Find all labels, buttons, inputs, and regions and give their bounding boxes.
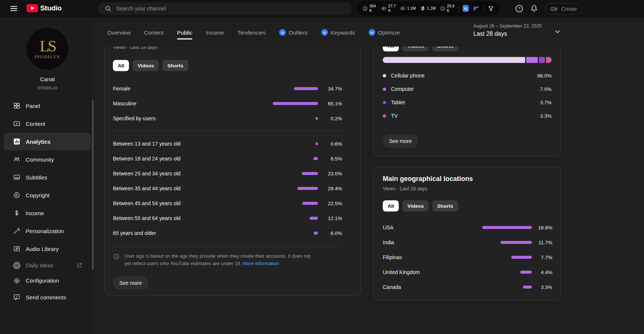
create-button[interactable]: Create [545, 3, 583, 15]
bar-fill [511, 256, 532, 259]
card-title: Main geographical locations [383, 175, 552, 183]
bar-fill [273, 102, 318, 105]
tab-label: Public [177, 29, 192, 36]
metric-value: 0.6% [318, 141, 342, 147]
legend-value: 86.0% [527, 73, 552, 79]
menu-icon[interactable] [10, 4, 18, 13]
sidebar-scrollbar[interactable] [92, 99, 94, 270]
audience-demographics-card: Views · Last 28 days AllVideosShorts Fem… [104, 25, 361, 296]
filter-chip-shorts[interactable]: Shorts [432, 200, 458, 211]
tab-income[interactable]: Income [206, 29, 224, 43]
devices-legend: Cellular phone86.0%Computer7.0%Tablet3.7… [383, 69, 552, 123]
metric-bar [269, 142, 318, 145]
metric-label: Between 25 and 34 years old [113, 171, 269, 176]
filter-chip-videos[interactable]: Videos [402, 200, 429, 211]
youtube-studio-app: Studio Search your channel 394 K27.7 K1.… [0, 0, 644, 334]
notifications-bell-icon[interactable] [530, 4, 539, 13]
metric-label: Canada [383, 284, 480, 290]
sidebar-item-copyright[interactable]: Copyright [4, 186, 91, 204]
filter-chip-all[interactable]: All [113, 60, 129, 71]
legend-value: 3.7% [527, 100, 552, 105]
audio-library-icon [13, 245, 20, 252]
youtube-logo-icon [26, 4, 38, 12]
bar-fill [316, 117, 318, 120]
bar-fill [316, 142, 318, 145]
studio-logo[interactable]: Studio [26, 4, 61, 12]
metric-row: Masculine65.1% [113, 96, 342, 111]
eye-stat: 27.7 K [381, 4, 396, 13]
sidebar-item-audio-library[interactable]: Audio Library [4, 240, 91, 258]
sidebar-item-analytics[interactable]: Analytics [4, 133, 91, 150]
bar-fill [501, 241, 532, 244]
sidebar-item-content[interactable]: Content [4, 115, 91, 133]
tab-overview[interactable]: Overview [107, 29, 131, 43]
sidebar-item-label: Community [26, 156, 54, 163]
tab-label: Optimize [378, 29, 400, 36]
trophy-icon[interactable] [487, 5, 494, 12]
tab-keywords[interactable]: IQKeywords [321, 29, 355, 43]
geography-filters: AllVideosShorts [383, 200, 552, 211]
clock-icon [440, 6, 445, 11]
studio-iq-icon[interactable]: IQ [463, 5, 469, 12]
sidebar-item-personalization[interactable]: Personalization [4, 222, 91, 240]
stat-value: 1.1M [407, 6, 416, 11]
legend-row: TV3.3% [383, 109, 552, 123]
sidebar-item-subtitles[interactable]: Subtitles [4, 168, 91, 186]
more-information-link[interactable]: More information [243, 261, 280, 266]
metric-row: Specified by users0.2% [113, 111, 342, 126]
metric-label: USA [383, 225, 480, 230]
sidebar-item-community[interactable]: Community [4, 150, 91, 168]
clock-stat: 394 K [362, 4, 377, 13]
sidebar-item-label: Content [26, 121, 45, 127]
metric-label: 65 years and older [113, 230, 269, 236]
metric-row: Between 35 and 44 years old29.4% [113, 181, 342, 196]
analytics-icon [13, 138, 20, 145]
tab-outliers[interactable]: IQOutliers [279, 29, 308, 43]
device-segment-tablet [539, 57, 545, 63]
tab-tendencies[interactable]: Tendencies [237, 29, 266, 43]
filter-chip-videos[interactable]: Videos [133, 60, 159, 71]
geographical-locations-card: Main geographical locations Views · Last… [373, 167, 561, 300]
bar-fill [297, 187, 318, 190]
search-bar[interactable]: Search your channel [98, 2, 352, 15]
metric-label: Between 13 and 17 years old [113, 141, 269, 147]
metric-bar [480, 226, 532, 229]
sidebar-item-label: Analytics [26, 139, 51, 145]
sidebar-item-send-comments[interactable]: Send comments [4, 288, 91, 306]
sidebar-item-income[interactable]: Income [4, 204, 91, 222]
metric-bar [269, 117, 318, 120]
chevron-down-icon [553, 28, 562, 36]
sidebar-item-daily-ideas[interactable]: IQDaily Ideas [4, 258, 91, 273]
sidebar-item-panel[interactable]: Panel [4, 97, 91, 115]
see-more-button[interactable]: See more [113, 276, 148, 290]
metric-value: 7.7% [532, 255, 552, 260]
metric-bar [480, 271, 532, 274]
demographics-filters: AllVideosShorts [113, 60, 342, 71]
metric-bar [269, 172, 318, 175]
metric-label: Between 55 and 64 years old [113, 215, 269, 221]
help-icon[interactable]: ? [515, 4, 524, 13]
tab-label: Outliers [288, 29, 308, 36]
see-more-button[interactable]: See more [383, 134, 418, 148]
legend-dot [383, 114, 386, 118]
channel-avatar[interactable]: LS INSIDELUX [26, 28, 68, 70]
tab-optimize[interactable]: IQOptimize [369, 29, 400, 43]
metric-row: USA18.6% [383, 220, 552, 235]
daily-ideas-icon: IQ [13, 262, 20, 269]
channel-stats: 394 K27.7 K1.1M1.1M29.9 K [362, 4, 455, 13]
metric-label: United Kingdom [383, 269, 480, 275]
metric-bar [480, 241, 532, 244]
date-range-selector[interactable]: August 26 – September 22, 2025 Last 28 d… [473, 23, 562, 37]
bar-fill [302, 202, 318, 205]
bar-fill [294, 87, 318, 90]
analytics-main: Views · Last 28 days AllVideosShorts Fem… [95, 18, 644, 334]
tab-public[interactable]: Public [177, 29, 192, 43]
note-text: User age is based on the age they provid… [124, 252, 318, 267]
create-button-label: Create [561, 6, 577, 12]
gender-rows: Female34.7%Masculine65.1%Specified by us… [113, 81, 342, 126]
tab-content[interactable]: Content [144, 29, 164, 43]
filter-chip-shorts[interactable]: Shorts [162, 60, 188, 71]
sidebar-item-configuration[interactable]: Configuration [4, 273, 91, 288]
activity-list-icon[interactable] [473, 5, 479, 12]
filter-chip-all[interactable]: All [383, 200, 399, 211]
